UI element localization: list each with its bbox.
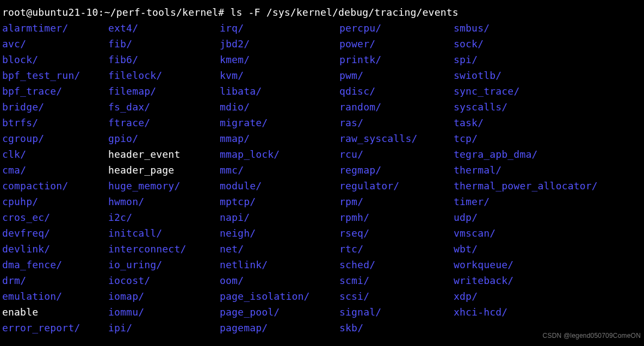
ls-output: alarmtimer/ext4/irq/percpu/smbus/avc/fib… (2, 20, 642, 336)
ls-entry: header_page (108, 162, 220, 178)
ls-entry: raw_syscalls/ (339, 131, 454, 146)
dir-slash: / (369, 85, 375, 97)
dir-slash: / (44, 212, 50, 223)
dir-slash: / (238, 275, 244, 286)
directory-name: gpio (108, 133, 132, 144)
dir-slash: / (150, 85, 156, 97)
directory-name: page_isolation (220, 291, 304, 302)
directory-name: dma_fence (2, 259, 56, 270)
ls-entry: cma/ (2, 162, 108, 178)
dir-slash: / (32, 117, 38, 128)
dir-slash: / (126, 38, 132, 50)
ls-entry: mmc/ (220, 162, 339, 178)
dir-slash: / (262, 322, 268, 333)
dir-slash: / (244, 54, 250, 65)
ls-entry: tegra_apb_dma/ (454, 146, 642, 162)
directory-name: raw_syscalls (339, 133, 411, 144)
ls-entry: cros_ec/ (2, 209, 108, 225)
ls-entry: pwm/ (339, 67, 454, 83)
directory-name: alarmtimer (2, 22, 62, 34)
directory-name: sync_trace (454, 85, 513, 97)
ls-entry: bpf_trace/ (2, 83, 108, 99)
dir-slash: / (126, 322, 132, 333)
ls-entry: iomap/ (108, 288, 220, 304)
directory-name: filelock (108, 70, 156, 81)
ls-entry: rpmh/ (339, 209, 454, 225)
ls-entry: enable (2, 304, 108, 320)
dir-slash: / (484, 196, 490, 207)
ls-entry: qdisc/ (339, 83, 454, 99)
directory-name: thermal (454, 164, 496, 176)
dir-slash: / (244, 101, 250, 113)
dir-slash: / (38, 101, 44, 113)
dir-slash: / (357, 149, 363, 160)
dir-slash: / (156, 227, 162, 239)
directory-name: fs_dax (108, 101, 144, 113)
ls-entry: kmem/ (220, 52, 339, 67)
dir-slash: / (132, 22, 138, 34)
directory-name: task (454, 117, 478, 128)
dir-slash: / (357, 117, 363, 128)
dir-slash: / (375, 22, 381, 34)
directory-name: timer (454, 196, 484, 207)
dir-slash: / (592, 180, 598, 191)
ls-entry: napi/ (220, 209, 339, 225)
directory-name: rseq (339, 227, 363, 239)
dir-slash: / (44, 243, 50, 255)
directory-name: iommu (108, 306, 138, 318)
directory-name: irq (220, 22, 238, 34)
directory-name: bpf_test_run (2, 70, 74, 81)
directory-name: power (339, 38, 369, 50)
ls-entry: regulator/ (339, 178, 454, 194)
dir-slash: / (496, 70, 501, 81)
directory-name: thermal_power_allocator (454, 180, 592, 191)
ls-entry: devfreq/ (2, 225, 108, 241)
dir-slash: / (156, 70, 162, 81)
dir-slash: / (363, 212, 369, 223)
ls-entry: rseq/ (339, 225, 454, 241)
directory-name: netlink (220, 259, 262, 270)
ls-entry: irq/ (220, 20, 339, 36)
ls-entry: oom/ (220, 273, 339, 288)
ls-entry: emulation/ (2, 288, 108, 304)
file-name: header_event (108, 149, 180, 160)
dir-slash: / (20, 164, 26, 176)
ls-entry: clk/ (2, 146, 108, 162)
directory-name: cgroup (2, 133, 38, 144)
directory-name: libata (220, 85, 256, 97)
directory-name: kmem (220, 54, 244, 65)
ls-entry: rtc/ (339, 241, 454, 257)
directory-name: mmap (220, 133, 244, 144)
file-name: enable (2, 306, 38, 318)
directory-name: emulation (2, 291, 56, 302)
ls-entry: random/ (339, 99, 454, 115)
prompt-line[interactable]: root@ubuntu21-10:~/perf-tools/kernel# ls… (2, 4, 642, 20)
dir-slash: / (144, 101, 150, 113)
dir-slash: / (74, 70, 80, 81)
ls-entry: btrfs/ (2, 115, 108, 131)
directory-name: oom (220, 275, 238, 286)
dir-slash: / (501, 101, 507, 113)
directory-name: filemap (108, 85, 150, 97)
dir-slash: / (62, 180, 68, 191)
dir-slash: / (478, 38, 484, 50)
directory-name: compaction (2, 180, 62, 191)
dir-slash: / (44, 227, 50, 239)
directory-name: sched (339, 259, 369, 270)
ls-entry: module/ (220, 178, 339, 194)
ls-entry: scmi/ (339, 273, 454, 288)
dir-slash: / (250, 196, 256, 207)
directory-name: devlink (2, 243, 44, 255)
ls-entry: drm/ (2, 273, 108, 288)
directory-name: bpf_trace (2, 85, 56, 97)
dir-slash: / (244, 212, 250, 223)
ls-entry: fib6/ (108, 52, 220, 67)
ls-entry: ipi/ (108, 320, 220, 336)
directory-name: interconnect (108, 243, 180, 255)
ls-entry: page_isolation/ (220, 288, 339, 304)
ls-entry: interconnect/ (108, 241, 220, 257)
ls-entry: tcp/ (454, 131, 642, 146)
dir-slash: / (363, 275, 369, 286)
ls-entry: alarmtimer/ (2, 20, 108, 36)
directory-name: regulator (339, 180, 393, 191)
